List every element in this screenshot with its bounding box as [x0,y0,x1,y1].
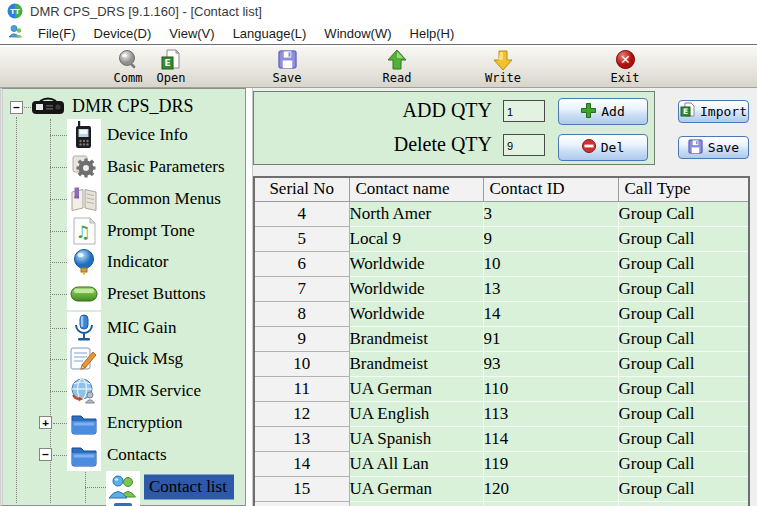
data-cell[interactable] [349,501,483,506]
write-button[interactable]: Write [476,48,530,87]
splitter-handle[interactable] [246,88,253,506]
serial-cell[interactable]: 6 [254,251,349,276]
sidebar-item-indicator[interactable]: Indicator [3,246,245,278]
menu-view[interactable]: View(V) [160,24,223,43]
data-cell[interactable] [618,501,749,506]
data-cell[interactable] [483,501,618,506]
data-cell[interactable]: UA German [349,476,483,501]
serial-cell[interactable]: 4 [254,201,349,226]
data-cell[interactable]: Group Call [618,351,749,376]
data-cell[interactable]: Group Call [618,426,749,451]
collapse-minus-icon[interactable]: − [39,448,52,461]
data-cell[interactable]: 10 [483,251,618,276]
serial-cell[interactable]: 13 [254,426,349,451]
data-cell[interactable]: 114 [483,426,618,451]
data-cell[interactable]: 14 [483,301,618,326]
delete-qty-input[interactable] [503,134,545,156]
column-header-serial-no[interactable]: Serial No [254,177,349,201]
serial-cell[interactable]: 15 [254,476,349,501]
serial-cell[interactable]: 9 [254,326,349,351]
data-cell[interactable]: Worldwide [349,251,483,276]
data-cell[interactable]: Group Call [618,226,749,251]
data-cell[interactable]: Brandmeist [349,326,483,351]
serial-cell[interactable]: 5 [254,226,349,251]
data-cell[interactable]: North Amer [349,201,483,226]
sidebar-item-contacts[interactable]: − Contacts [3,439,245,471]
sidebar-item-mic-gain[interactable]: MIC Gain [3,312,245,344]
data-cell[interactable]: 93 [483,351,618,376]
sidebar-item-label: Contact list [144,475,234,500]
data-cell[interactable]: 110 [483,376,618,401]
column-header-contact-name[interactable]: Contact name [349,177,483,201]
menu-device[interactable]: Device(D) [85,24,161,43]
data-cell[interactable]: 119 [483,451,618,476]
data-cell[interactable]: Group Call [618,301,749,326]
data-cell[interactable]: UA All Lan [349,451,483,476]
data-cell[interactable]: Group Call [618,251,749,276]
data-cell[interactable]: Group Call [618,451,749,476]
serial-cell[interactable]: 11 [254,376,349,401]
menu-window[interactable]: Window(W) [315,24,400,43]
data-cell[interactable]: Local 9 [349,226,483,251]
exit-button[interactable]: ✕ Exit [598,48,652,87]
data-cell[interactable]: Group Call [618,326,749,351]
sidebar-item-preset-buttons[interactable]: Preset Buttons [3,278,245,310]
save-button[interactable]: Save [260,48,314,87]
sidebar-item-basic-parameters[interactable]: Basic Parameters [3,151,245,183]
column-header-contact-id[interactable]: Contact ID [483,177,618,201]
del-button[interactable]: Del [558,134,648,161]
menu-file[interactable]: File(F) [29,24,85,43]
open-button[interactable]: E Open [144,48,198,87]
sidebar-item-contact-list[interactable]: Contact list [3,471,245,503]
expand-plus-icon[interactable]: + [39,416,52,429]
person-icon [8,24,23,42]
main-panel: ADD QTY Add Delete QTY Del [253,88,757,506]
serial-cell[interactable]: 8 [254,301,349,326]
data-cell[interactable]: Group Call [618,201,749,226]
data-cell[interactable]: UA Spanish [349,426,483,451]
data-cell[interactable]: 13 [483,276,618,301]
data-cell[interactable]: 120 [483,476,618,501]
book-icon [67,183,101,215]
sidebar-item-encryption[interactable]: + Encryption [3,407,245,439]
data-cell[interactable]: 113 [483,401,618,426]
message-icon [67,343,101,375]
data-cell[interactable]: Worldwide [349,276,483,301]
data-cell[interactable]: 91 [483,326,618,351]
serial-cell[interactable]: 12 [254,401,349,426]
menubar: File(F) Device(D) View(V) Language(L) Wi… [0,22,757,45]
sidebar-item-dmr-service[interactable]: DMR Service [3,375,245,407]
data-cell[interactable]: Group Call [618,276,749,301]
table-row: 13UA Spanish114Group Call [254,426,749,451]
add-qty-input[interactable] [503,100,545,122]
collapse-minus-icon[interactable]: − [10,101,23,114]
sidebar-item-common-menus[interactable]: Common Menus [3,183,245,215]
import-button[interactable]: E Import [678,100,749,123]
sidebar-item-quick-msg[interactable]: Quick Msg [3,343,245,375]
data-cell[interactable]: Worldwide [349,301,483,326]
data-cell[interactable]: 3 [483,201,618,226]
data-cell[interactable]: Group Call [618,376,749,401]
sidebar-item-prompt-tone[interactable]: ♫ Prompt Tone [3,215,245,247]
serial-cell[interactable] [254,501,349,506]
menu-help[interactable]: Help(H) [401,24,464,43]
data-cell[interactable]: UA German [349,376,483,401]
serial-cell[interactable]: 7 [254,276,349,301]
menu-language[interactable]: Language(L) [224,24,316,43]
data-cell[interactable]: UA English [349,401,483,426]
add-button[interactable]: Add [558,98,648,125]
column-header-call-type[interactable]: Call Type [618,177,749,201]
sidebar-item-device-info[interactable]: Device Info [3,119,245,151]
data-cell[interactable]: Brandmeist [349,351,483,376]
data-cell[interactable]: Group Call [618,476,749,501]
tree-root-label: DMR CPS_DRS [72,96,194,117]
serial-cell[interactable]: 14 [254,451,349,476]
save-contacts-button[interactable]: Save [678,136,749,159]
serial-cell[interactable]: 10 [254,351,349,376]
plus-icon [581,103,596,121]
read-button[interactable]: Read [370,48,424,87]
table-header-row: Serial No Contact name Contact ID Call T… [254,177,749,201]
data-cell[interactable]: Group Call [618,401,749,426]
music-note-icon: ♫ [67,215,101,247]
data-cell[interactable]: 9 [483,226,618,251]
